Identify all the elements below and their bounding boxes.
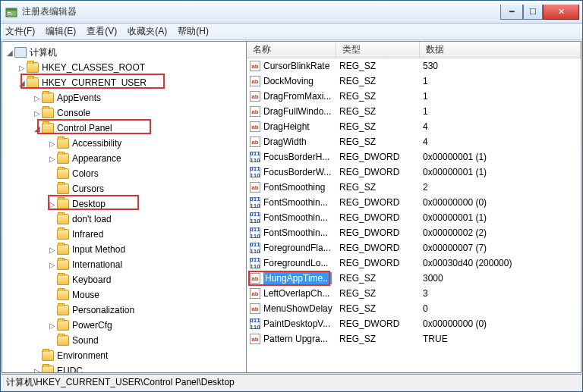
expand-icon[interactable]: ▷ [48, 246, 57, 254]
content-area: ◢计算机 ▷HKEY_CLASSES_ROOT ◢HKEY_CURRENT_US… [2, 41, 581, 373]
value-row[interactable]: 011110FontSmoothin...REG_DWORD0x00000000… [247, 195, 581, 210]
expand-icon[interactable]: ▷ [33, 94, 42, 102]
value-name: abLeftOverlapCh... [247, 288, 336, 299]
key-tree[interactable]: ◢计算机 ▷HKEY_CLASSES_ROOT ◢HKEY_CURRENT_US… [2, 42, 247, 372]
menu-edit[interactable]: 编辑(E) [46, 25, 76, 38]
folder-icon [57, 244, 69, 255]
collapse-icon[interactable]: ◢ [17, 79, 27, 87]
value-name: abDragWidth [247, 136, 336, 147]
tree-controlpanel[interactable]: ◢Control Panel [2, 121, 246, 136]
tree-console[interactable]: ▷Console [2, 105, 246, 121]
col-name[interactable]: 名称 [247, 42, 336, 58]
folder-icon [57, 168, 69, 179]
tree-accessibility[interactable]: ▷Accessibility [2, 136, 246, 151]
value-row[interactable]: abDragWidthREG_SZ4 [247, 134, 581, 149]
expand-icon[interactable]: ▷ [48, 321, 57, 330]
value-type: REG_DWORD [336, 243, 420, 253]
expand-icon[interactable]: ▷ [48, 200, 57, 209]
expand-icon[interactable]: ▷ [33, 109, 42, 118]
tree-label: Appearance [72, 153, 121, 164]
titlebar[interactable]: 注册表编辑器 ━ ☐ ✕ [1, 1, 582, 24]
value-type: REG_SZ [336, 106, 420, 117]
tree-cursors[interactable]: Cursors [2, 181, 246, 196]
value-row[interactable]: 011110FocusBorderW...REG_DWORD0x00000001… [247, 165, 581, 180]
regedit-window: 注册表编辑器 ━ ☐ ✕ 文件(F) 编辑(E) 查看(V) 收藏夹(A) 帮助… [0, 0, 583, 392]
expand-icon[interactable]: ▷ [33, 367, 42, 373]
value-name: abDragFromMaxi... [247, 91, 336, 102]
value-row[interactable]: abMenuShowDelayREG_SZ0 [247, 301, 581, 316]
value-data: 0x00000000 (0) [420, 197, 581, 208]
tree-label: Mouse [72, 290, 99, 300]
menu-file[interactable]: 文件(F) [5, 25, 35, 38]
tree-personalization[interactable]: Personalization [2, 303, 246, 318]
menu-favorites[interactable]: 收藏夹(A) [128, 25, 167, 38]
computer-icon [14, 47, 27, 58]
tree-eudc[interactable]: ▷EUDC [2, 363, 246, 372]
minimize-button[interactable]: ━ [500, 5, 523, 20]
tree-label: Cursors [72, 183, 104, 194]
folder-icon [57, 214, 69, 224]
menu-help[interactable]: 帮助(H) [178, 25, 209, 38]
tree-appevents[interactable]: ▷AppEvents [2, 90, 246, 105]
close-button[interactable]: ✕ [543, 5, 579, 20]
tree-label: Keyboard [72, 274, 111, 285]
value-row[interactable]: abHungAppTime...REG_SZ3000 [247, 271, 581, 286]
value-data: 2 [420, 182, 581, 193]
value-type: REG_SZ [336, 334, 420, 344]
tree-inputmethod[interactable]: ▷Input Method [2, 242, 246, 257]
tree-root[interactable]: ◢计算机 [2, 45, 246, 60]
tree-environment[interactable]: Environment [2, 348, 246, 363]
tree-hkcu[interactable]: ◢HKEY_CURRENT_USER [2, 75, 246, 90]
value-row[interactable]: 011110PaintDesktopV...REG_DWORD0x0000000… [247, 316, 581, 331]
value-type: REG_SZ [336, 61, 420, 71]
expand-icon[interactable]: ▷ [48, 155, 57, 163]
tree-label: Console [57, 108, 90, 118]
value-row[interactable]: abPattern Upgra...REG_SZTRUE [247, 331, 581, 347]
value-row[interactable]: 011110FocusBorderH...REG_DWORD0x00000001… [247, 149, 581, 165]
value-row[interactable]: abLeftOverlapCh...REG_SZ3 [247, 286, 581, 301]
expand-icon[interactable]: ▷ [48, 140, 57, 148]
tree-label: Accessibility [72, 138, 121, 149]
tree-dontload[interactable]: don't load [2, 212, 246, 227]
tree-colors[interactable]: Colors [2, 166, 246, 181]
value-type: REG_DWORD [336, 227, 420, 238]
app-icon [5, 6, 17, 18]
col-data[interactable]: 数据 [420, 42, 581, 58]
maximize-button[interactable]: ☐ [523, 5, 543, 20]
tree-mouse[interactable]: Mouse [2, 287, 246, 303]
tree-label: Input Method [72, 244, 125, 255]
value-row[interactable]: 011110ForegroundLo...REG_DWORD0x00030d40… [247, 256, 581, 271]
value-row[interactable]: 011110ForegroundFla...REG_DWORD0x0000000… [247, 240, 581, 256]
tree-hkcr[interactable]: ▷HKEY_CLASSES_ROOT [2, 60, 246, 75]
tree-desktop[interactable]: ▷Desktop [2, 196, 246, 212]
dword-icon: 011110 [250, 227, 260, 238]
value-row[interactable]: abFontSmoothingREG_SZ2 [247, 180, 581, 195]
tree-appearance[interactable]: ▷Appearance [2, 151, 246, 166]
expand-icon[interactable]: ▷ [17, 64, 27, 72]
value-row[interactable]: abDragFromMaxi...REG_SZ1 [247, 89, 581, 104]
tree-powercfg[interactable]: ▷PowerCfg [2, 318, 246, 333]
string-icon: ab [250, 288, 260, 299]
tree-label: HKEY_CURRENT_USER [42, 77, 147, 88]
value-data: 3000 [420, 273, 581, 284]
folder-icon [27, 62, 39, 73]
value-rows[interactable]: abCursorBlinkRateREG_SZ530abDockMovingRE… [247, 58, 581, 372]
tree-international[interactable]: ▷International [2, 257, 246, 272]
col-type[interactable]: 类型 [336, 42, 420, 58]
collapse-icon[interactable]: ◢ [5, 49, 14, 57]
tree-keyboard[interactable]: Keyboard [2, 272, 246, 287]
tree-sound[interactable]: Sound [2, 333, 246, 348]
values-pane: 名称 类型 数据 abCursorBlinkRateREG_SZ530abDoc… [247, 42, 581, 372]
value-row[interactable]: abDragHeightREG_SZ4 [247, 119, 581, 134]
value-name: 011110ForegroundLo... [247, 258, 336, 268]
value-row[interactable]: abDragFullWindo...REG_SZ1 [247, 104, 581, 119]
value-row[interactable]: 011110FontSmoothin...REG_DWORD0x00000002… [247, 225, 581, 240]
tree-infrared[interactable]: Infrared [2, 227, 246, 242]
menu-view[interactable]: 查看(V) [87, 25, 117, 38]
value-row[interactable]: abDockMovingREG_SZ1 [247, 74, 581, 89]
folder-icon [57, 259, 69, 270]
value-row[interactable]: 011110FontSmoothin...REG_DWORD0x00000001… [247, 210, 581, 225]
expand-icon[interactable]: ▷ [48, 261, 57, 269]
collapse-icon[interactable]: ◢ [33, 124, 42, 133]
value-row[interactable]: abCursorBlinkRateREG_SZ530 [247, 58, 581, 74]
